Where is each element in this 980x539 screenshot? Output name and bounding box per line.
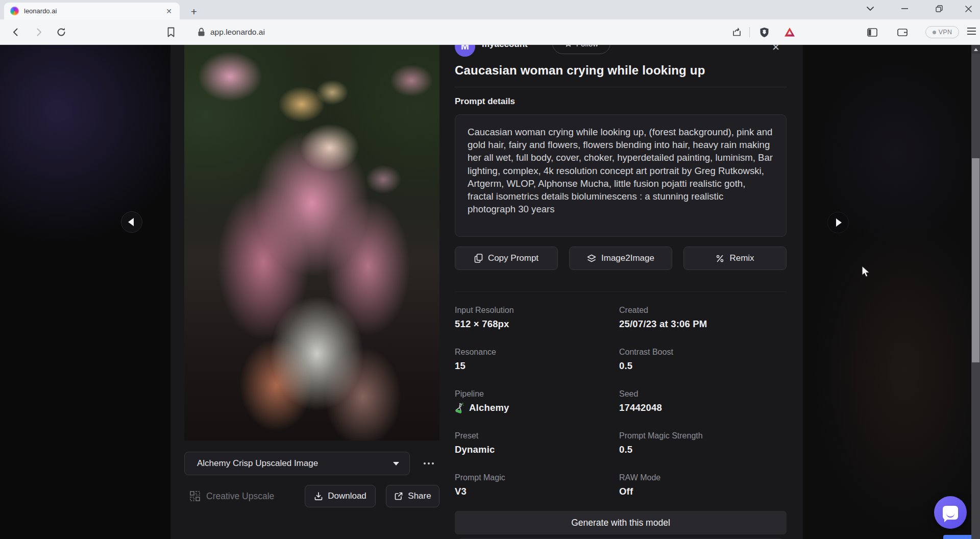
reload-button[interactable] (55, 26, 67, 38)
notification-sliver (943, 535, 973, 539)
brave-rewards-icon[interactable] (783, 26, 796, 38)
mouse-cursor (862, 265, 871, 279)
page-content: Alchemy Crisp Upscaled Image Creative Up… (0, 45, 980, 539)
arrow-right-icon (836, 218, 842, 227)
back-button[interactable] (10, 26, 22, 38)
browser-tab[interactable]: leonardo.ai ✕ (4, 3, 180, 19)
download-label: Download (328, 491, 366, 501)
share-button[interactable]: Share (386, 485, 439, 507)
scrollbar-thumb[interactable] (972, 158, 979, 362)
tab-title: leonardo.ai (24, 7, 164, 15)
copy-prompt-label: Copy Prompt (488, 253, 538, 263)
share-page-icon[interactable] (730, 26, 743, 38)
bookmark-icon[interactable] (165, 26, 177, 38)
prompt-text: Caucasian woman crying while looking up,… (468, 126, 774, 215)
copy-icon (474, 254, 483, 263)
browser-window: leonardo.ai ✕ + (0, 0, 980, 539)
wallet-icon[interactable] (896, 26, 909, 38)
image2image-button[interactable]: Image2Image (569, 247, 672, 270)
brave-shield-icon[interactable] (758, 26, 770, 38)
share-label: Share (408, 491, 431, 501)
tab-close-icon[interactable]: ✕ (164, 7, 174, 16)
prompt-details-heading: Prompt details (455, 96, 515, 107)
browser-toolbar: app.leonardo.ai VPN (0, 19, 980, 45)
meta-prompt-magic: Prompt Magic V3 (455, 473, 613, 497)
new-tab-button[interactable]: + (187, 5, 201, 19)
creative-upscale-button[interactable]: Creative Upscale (190, 484, 274, 508)
star-icon (565, 45, 572, 47)
leonardo-favicon-icon (10, 7, 19, 15)
share-icon (394, 492, 403, 501)
tab-search-chevron-icon[interactable] (859, 0, 882, 17)
divider (455, 291, 787, 292)
meta-contrast-boost: Contrast Boost 0.5 (619, 348, 777, 372)
creative-upscale-label: Creative Upscale (206, 491, 274, 502)
scrollbar-up-arrow[interactable] (971, 45, 980, 54)
menu-icon[interactable] (967, 28, 976, 35)
follow-button[interactable]: Follow (552, 45, 610, 54)
address-bar[interactable]: app.leonardo.ai (210, 28, 265, 37)
vpn-button[interactable]: VPN (925, 26, 959, 38)
meta-seed: Seed 17442048 (619, 389, 777, 413)
prompt-actions: Copy Prompt Image2Image (455, 247, 787, 270)
window-restore-button[interactable] (927, 0, 951, 17)
page-scrollbar[interactable] (971, 45, 980, 539)
details-panel: M myaccount Follow ✕ Caucasian woman cry… (455, 45, 787, 539)
alchemy-flask-icon (455, 402, 464, 413)
variant-dropdown-label: Alchemy Crisp Upscaled Image (197, 458, 318, 469)
previous-image-button[interactable] (121, 211, 142, 233)
remix-button[interactable]: Remix (683, 247, 787, 270)
support-chat-button[interactable] (934, 496, 967, 529)
forward-button[interactable] (33, 26, 45, 38)
arrow-left-icon (128, 218, 134, 226)
remix-label: Remix (729, 253, 754, 263)
image-title: Caucasian woman crying while looking up (455, 63, 705, 78)
follow-label: Follow (576, 45, 598, 48)
tab-bar: leonardo.ai ✕ + (0, 0, 980, 19)
generate-with-model-button[interactable]: Generate with this model (455, 511, 787, 534)
more-options-button[interactable] (418, 452, 439, 475)
next-image-button[interactable] (827, 212, 849, 233)
chevron-down-icon (393, 462, 399, 465)
vpn-status-dot (933, 31, 936, 34)
image2image-label: Image2Image (601, 253, 654, 263)
meta-preset: Preset Dynamic (455, 431, 613, 455)
site-security-lock-icon[interactable] (195, 26, 207, 38)
image-detail-modal: Alchemy Crisp Upscaled Image Creative Up… (170, 45, 803, 539)
user-avatar[interactable]: M (455, 45, 475, 57)
meta-prompt-magic-strength: Prompt Magic Strength 0.5 (619, 431, 777, 455)
prompt-box: Caucasian woman crying while looking up,… (455, 114, 787, 237)
generated-artwork-image (184, 45, 439, 440)
background-glow (0, 45, 199, 270)
toolbar-divider (749, 27, 750, 37)
meta-input-resolution: Input Resolution 512 × 768px (455, 306, 613, 330)
window-minimize-button[interactable] (893, 0, 916, 17)
sidebar-toggle-icon[interactable] (866, 26, 878, 38)
username[interactable]: myaccount (482, 45, 528, 50)
dimmed-background (803, 45, 971, 539)
divider (455, 87, 787, 87)
copy-prompt-button[interactable]: Copy Prompt (455, 247, 558, 270)
meta-raw-mode: RAW Mode Off (619, 473, 777, 497)
chat-icon (943, 506, 958, 520)
window-close-button[interactable] (957, 0, 980, 17)
download-button[interactable]: Download (305, 485, 376, 507)
variant-dropdown[interactable]: Alchemy Crisp Upscaled Image (184, 452, 410, 475)
pixel-grid-icon (190, 491, 201, 502)
vpn-label: VPN (939, 29, 952, 36)
meta-resonance: Resonance 15 (455, 348, 613, 372)
meta-created: Created 25/07/23 at 3:06 PM (619, 306, 777, 330)
download-icon (314, 492, 323, 501)
remix-icon (716, 254, 724, 263)
modal-close-icon[interactable]: ✕ (772, 45, 780, 53)
layers-icon (587, 254, 596, 263)
meta-pipeline: Pipeline Alchemy (455, 389, 613, 413)
